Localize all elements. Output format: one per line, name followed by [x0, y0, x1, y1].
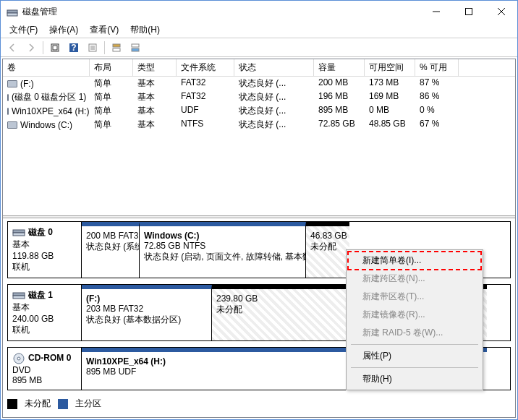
- disk-status: 联机: [12, 324, 77, 336]
- minimize-button[interactable]: [420, 1, 452, 22]
- col-pct[interactable]: % 可用: [415, 59, 459, 76]
- ctx-separator: [351, 367, 478, 368]
- disk-size: 119.88 GB: [12, 251, 77, 261]
- ctx-new-spanned-volume[interactable]: 新建跨区卷(N)...: [348, 270, 481, 288]
- toolbar-separator: [104, 41, 105, 54]
- menu-help[interactable]: 帮助(H): [124, 22, 166, 38]
- svg-text:?: ?: [71, 43, 76, 53]
- disk-size: 240.00 GB: [12, 314, 77, 324]
- table-row[interactable]: (磁盘 0 磁盘分区 1)简单基本FAT32状态良好 (...196 MB169…: [3, 90, 515, 104]
- unallocated-space[interactable]: 46.83 GB未分配: [306, 222, 349, 278]
- cell-capacity: 200 MB: [314, 77, 365, 90]
- properties-button[interactable]: [84, 40, 101, 56]
- refresh-button[interactable]: [46, 40, 64, 56]
- partition[interactable]: (F:)203 MB FAT32状态良好 (基本数据分区): [82, 285, 212, 340]
- ctx-new-raid5-volume[interactable]: 新建 RAID-5 卷(W)...: [348, 324, 481, 342]
- help-button[interactable]: ?: [65, 40, 82, 56]
- cell-type: 基本: [133, 104, 177, 118]
- svg-rect-15: [113, 48, 120, 51]
- title-buttons: [420, 1, 517, 22]
- svg-rect-17: [132, 48, 139, 51]
- disk-icon: [12, 352, 25, 365]
- svg-rect-7: [53, 46, 57, 50]
- svg-rect-3: [465, 9, 472, 15]
- window-title: 磁盘管理: [22, 6, 420, 18]
- ctx-new-striped-volume[interactable]: 新建带区卷(T)...: [348, 288, 481, 306]
- disk-status: 联机: [12, 261, 77, 273]
- cell-free: 173 MB: [365, 77, 415, 90]
- cell-fs: FAT32: [177, 90, 234, 104]
- partition-status: 未分配: [310, 241, 345, 253]
- cell-free: 0 MB: [365, 104, 415, 118]
- ctx-separator: [351, 344, 478, 345]
- disk-title: 磁盘 1: [28, 290, 53, 300]
- table-row[interactable]: Windows (C:)简单基本NTFS状态良好 (...72.85 GB48.…: [3, 118, 515, 132]
- toolbar-separator: [43, 41, 43, 54]
- disk-type: 基本: [12, 239, 77, 251]
- volume-table: 卷 布局 类型 文件系统 状态 容量 可用空间 % 可用 (F:)简单基本FAT…: [3, 59, 515, 215]
- col-capacity[interactable]: 容量: [314, 59, 365, 76]
- table-row[interactable]: (F:)简单基本FAT32状态良好 (...200 MB173 MB87 %: [3, 77, 515, 90]
- maximize-button[interactable]: [452, 1, 485, 22]
- col-volume[interactable]: 卷: [3, 59, 90, 76]
- cell-layout: 简单: [90, 104, 133, 118]
- cell-layout: 简单: [90, 118, 133, 132]
- partition[interactable]: 200 MB FAT32状态良好 (系统, 基本数据: [82, 222, 140, 278]
- partition-size: 200 MB FAT32: [86, 231, 135, 241]
- svg-rect-1: [7, 13, 17, 16]
- menu-file[interactable]: 文件(F): [4, 22, 43, 38]
- cell-volume: (磁盘 0 磁盘分区 1): [12, 91, 86, 103]
- view-top-button[interactable]: [108, 40, 125, 56]
- col-fs[interactable]: 文件系统: [177, 59, 234, 76]
- ctx-help[interactable]: 帮助(H): [348, 370, 481, 388]
- volume-icon: [7, 94, 9, 101]
- disk-info[interactable]: 磁盘 1基本240.00 GB联机: [8, 285, 82, 340]
- disk-info[interactable]: 磁盘 0基本119.88 GB联机: [8, 222, 82, 278]
- svg-rect-20: [13, 293, 25, 296]
- col-type[interactable]: 类型: [133, 59, 177, 76]
- legend-primary-swatch: [58, 399, 68, 409]
- cell-capacity: 72.85 GB: [314, 118, 365, 132]
- ctx-properties[interactable]: 属性(P): [348, 347, 481, 365]
- cell-pct: 0 %: [415, 104, 459, 118]
- titlebar[interactable]: 磁盘管理: [1, 1, 517, 22]
- cell-layout: 简单: [90, 77, 133, 90]
- cell-pct: 87 %: [415, 77, 459, 90]
- cell-fs: FAT32: [177, 77, 234, 90]
- legend-unallocated-swatch: [7, 399, 17, 409]
- cell-fs: NTFS: [177, 118, 234, 132]
- back-button[interactable]: [4, 40, 21, 56]
- close-button[interactable]: [485, 1, 517, 22]
- partition[interactable]: Windows (C:)72.85 GB NTFS状态良好 (启动, 页面文件,…: [140, 222, 306, 278]
- disk-size: 895 MB: [12, 375, 77, 385]
- ctx-new-simple-volume[interactable]: 新建简单卷(I)...: [348, 252, 481, 270]
- cell-capacity: 196 MB: [314, 90, 365, 104]
- cell-type: 基本: [133, 77, 177, 90]
- table-body: (F:)简单基本FAT32状态良好 (...200 MB173 MB87 %(磁…: [3, 77, 515, 132]
- col-layout[interactable]: 布局: [90, 59, 133, 76]
- cell-status: 状态良好 (...: [234, 90, 314, 104]
- table-header-row: 卷 布局 类型 文件系统 状态 容量 可用空间 % 可用: [3, 59, 515, 77]
- ctx-new-mirrored-volume[interactable]: 新建镜像卷(R)...: [348, 306, 481, 324]
- disk-title: CD-ROM 0: [28, 353, 71, 363]
- forward-button[interactable]: [22, 40, 40, 56]
- col-free[interactable]: 可用空间: [365, 59, 415, 76]
- disk-title: 磁盘 0: [28, 227, 53, 237]
- cell-status: 状态良好 (...: [234, 77, 314, 90]
- svg-rect-18: [13, 230, 25, 233]
- svg-point-23: [17, 357, 20, 360]
- table-row[interactable]: Win10XPE_x64 (H:)简单基本UDF状态良好 (...895 MB0…: [3, 104, 515, 118]
- col-status[interactable]: 状态: [234, 59, 314, 76]
- partition-size: 46.83 GB: [310, 231, 345, 241]
- partition-size: 72.85 GB NTFS: [144, 241, 301, 251]
- disk-type: DVD: [12, 365, 77, 375]
- disk-info[interactable]: CD-ROM 0DVD895 MB: [8, 348, 82, 390]
- disk-type: 基本: [12, 301, 77, 314]
- volume-icon: [7, 108, 9, 115]
- cell-volume: Windows (C:): [20, 120, 72, 130]
- svg-rect-14: [113, 44, 120, 47]
- menu-action[interactable]: 操作(A): [43, 22, 84, 38]
- view-bottom-button[interactable]: [127, 40, 144, 56]
- menu-view[interactable]: 查看(V): [84, 22, 124, 38]
- svg-rect-19: [13, 233, 25, 236]
